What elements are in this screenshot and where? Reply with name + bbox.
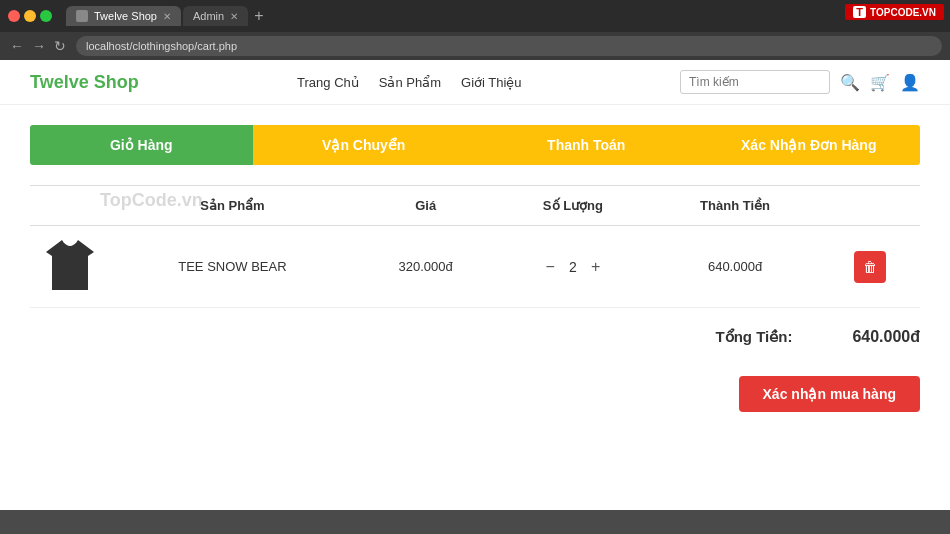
tab-admin[interactable]: Admin ✕: [183, 6, 248, 26]
cart-icon[interactable]: 🛒: [870, 73, 890, 92]
product-name: TEE SNOW BEAR: [110, 226, 355, 308]
page-content: Twelve Shop Trang Chủ Sản Phẩm Giới Thiệ…: [0, 60, 950, 510]
total-label: Tổng Tiền:: [716, 328, 793, 346]
step-shipping[interactable]: Vận Chuyển: [253, 125, 476, 165]
tab-admin-label: Admin: [193, 10, 224, 22]
col-image: [30, 186, 110, 226]
address-bar-row: ← → ↻: [0, 32, 950, 60]
qty-decrease-btn[interactable]: −: [546, 259, 555, 275]
total-value: 640.000đ: [852, 328, 920, 346]
main-nav: Trang Chủ Sản Phẩm Giới Thiệu: [297, 75, 522, 90]
search-icon[interactable]: 🔍: [840, 73, 860, 92]
minimize-window-btn[interactable]: [24, 10, 36, 22]
browser-chrome: Twelve Shop ✕ Admin ✕ + T TOPCODE.VN: [0, 0, 950, 32]
step-payment[interactable]: Thanh Toán: [475, 125, 698, 165]
search-input[interactable]: [680, 70, 830, 94]
nav-arrows: ← → ↻: [8, 38, 68, 54]
col-subtotal: Thành Tiền: [649, 186, 820, 226]
maximize-window-btn[interactable]: [40, 10, 52, 22]
user-icon[interactable]: 👤: [900, 73, 920, 92]
nav-san-pham[interactable]: Sản Phẩm: [379, 75, 441, 90]
product-qty-cell: − 2 +: [496, 226, 649, 308]
checkout-steps: Giỏ Hàng Vận Chuyển Thanh Toán Xác Nhận …: [30, 125, 920, 165]
step-confirm[interactable]: Xác Nhận Đơn Hàng: [698, 125, 921, 165]
tab-close-icon[interactable]: ✕: [163, 11, 171, 22]
tab-label: Twelve Shop: [94, 10, 157, 22]
product-image-cell: [30, 226, 110, 308]
site-footer: ĐỊA CHỈ 273 An Dương Vương, Phường 3, Qu…: [0, 510, 950, 534]
product-thumbnail: [46, 238, 94, 292]
product-price: 320.000đ: [355, 226, 497, 308]
back-btn[interactable]: ←: [8, 38, 26, 54]
col-product: Sản Phẩm: [110, 186, 355, 226]
forward-btn[interactable]: →: [30, 38, 48, 54]
close-window-btn[interactable]: [8, 10, 20, 22]
product-delete-cell: 🗑: [821, 226, 920, 308]
reload-btn[interactable]: ↻: [52, 38, 68, 54]
table-row: TEE SNOW BEAR 320.000đ − 2 + 640.000đ 🗑: [30, 226, 920, 308]
cart-section: Sản Phẩm Giá Số Lượng Thành Tiền: [30, 185, 920, 308]
col-action: [821, 186, 920, 226]
qty-controls: − 2 +: [506, 259, 639, 275]
site-header: Twelve Shop Trang Chủ Sản Phẩm Giới Thiệ…: [0, 60, 950, 105]
window-controls: [8, 10, 52, 22]
nav-gioi-thieu[interactable]: Giới Thiệu: [461, 75, 522, 90]
new-tab-btn[interactable]: +: [250, 7, 267, 25]
tab-favicon: [76, 10, 88, 22]
col-qty: Số Lượng: [496, 186, 649, 226]
cart-table: Sản Phẩm Giá Số Lượng Thành Tiền: [30, 185, 920, 308]
delete-item-btn[interactable]: 🗑: [854, 251, 886, 283]
header-right: 🔍 🛒 👤: [680, 70, 920, 94]
qty-value: 2: [563, 259, 583, 275]
step-cart[interactable]: Giỏ Hàng: [30, 125, 253, 165]
qty-increase-btn[interactable]: +: [591, 259, 600, 275]
confirm-btn-row: Xác nhận mua hàng: [30, 376, 920, 412]
confirm-purchase-btn[interactable]: Xác nhận mua hàng: [739, 376, 920, 412]
tab-bar: Twelve Shop ✕ Admin ✕ +: [66, 6, 942, 26]
topcode-badge: T TOPCODE.VN: [845, 4, 944, 20]
site-logo: Twelve Shop: [30, 72, 139, 93]
nav-trang-chu[interactable]: Trang Chủ: [297, 75, 359, 90]
total-section: Tổng Tiền: 640.000đ: [30, 328, 920, 356]
tab-twelve-shop[interactable]: Twelve Shop ✕: [66, 6, 181, 26]
address-input[interactable]: [76, 36, 942, 56]
col-price: Giá: [355, 186, 497, 226]
tab-admin-close-icon[interactable]: ✕: [230, 11, 238, 22]
product-subtotal: 640.000đ: [649, 226, 820, 308]
